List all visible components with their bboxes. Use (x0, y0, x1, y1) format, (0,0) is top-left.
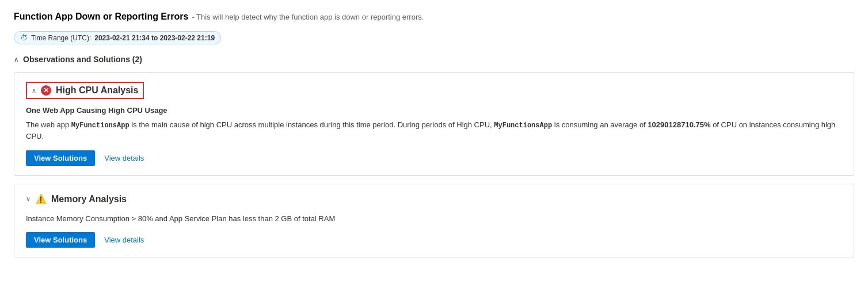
high-cpu-view-solutions-button[interactable]: View Solutions (26, 150, 95, 166)
obs-app-name-1: MyFunctionsApp (71, 122, 130, 130)
page-title: Function App Down or Reporting Errors (14, 12, 188, 22)
high-cpu-observation-title: One Web App Causing High CPU Usage (26, 106, 842, 115)
memory-card-header: ∨ ⚠️ Memory Analysis (26, 194, 842, 205)
section-chevron-icon[interactable]: ∧ (14, 56, 18, 63)
high-cpu-header-highlighted: ∧ ✕ High CPU Analysis (26, 82, 144, 99)
page-subtitle: - This will help detect why the function… (192, 13, 424, 21)
high-cpu-action-row: View Solutions View details (26, 150, 842, 166)
page-title-row: Function App Down or Reporting Errors - … (14, 12, 854, 28)
section-title: Observations and Solutions (2) (23, 55, 142, 64)
time-range-badge: ⏱ Time Range (UTC): 2023-02-21 21:34 to … (14, 31, 221, 44)
high-cpu-chevron-icon[interactable]: ∧ (32, 87, 36, 94)
memory-view-details-link[interactable]: View details (104, 236, 144, 244)
obs-percentage: 10290128710.75% (648, 120, 710, 129)
warning-icon: ⚠️ (35, 194, 47, 205)
high-cpu-title: High CPU Analysis (56, 85, 138, 96)
memory-card: ∨ ⚠️ Memory Analysis Instance Memory Con… (14, 184, 854, 258)
time-range-label: Time Range (UTC): (31, 34, 91, 42)
high-cpu-card: ∧ ✕ High CPU Analysis One Web App Causin… (14, 72, 854, 176)
section-header: ∧ Observations and Solutions (2) (14, 55, 854, 64)
time-range-value: 2023-02-21 21:34 to 2023-02-22 21:19 (94, 34, 215, 42)
memory-view-solutions-button[interactable]: View Solutions (26, 232, 95, 248)
high-cpu-view-details-link[interactable]: View details (104, 154, 144, 162)
clock-icon: ⏱ (20, 33, 28, 42)
high-cpu-observation-text: The web app MyFunctionsApp is the main c… (26, 119, 842, 142)
obs-text-middle1: is the main cause of high CPU across mul… (130, 120, 494, 129)
memory-action-row: View Solutions View details (26, 232, 842, 248)
obs-text-middle2: is consuming an average of (552, 120, 648, 129)
error-icon: ✕ (41, 85, 51, 96)
memory-observation-text: Instance Memory Consumption > 80% and Ap… (26, 213, 842, 225)
memory-chevron-icon[interactable]: ∨ (26, 195, 31, 203)
obs-app-name-2: MyFunctionsApp (494, 122, 552, 130)
memory-title: Memory Analysis (51, 194, 127, 204)
obs-text-prefix: The web app (26, 120, 71, 129)
